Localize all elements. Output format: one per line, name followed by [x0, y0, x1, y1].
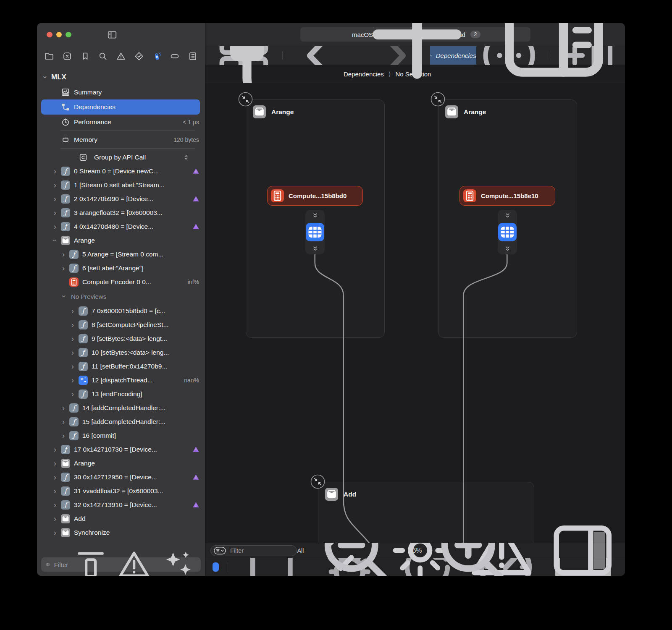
chevron-right-icon[interactable]: › [52, 210, 58, 216]
function-icon: ƒ [61, 180, 70, 190]
tensor-table-icon[interactable] [306, 223, 324, 241]
chevron-right-icon[interactable]: › [60, 419, 66, 425]
sidebar-item-performance[interactable]: ›Performance< 1 µs [37, 115, 205, 129]
inspector-panel-icon[interactable] [546, 513, 620, 576]
group-add[interactable]: Add [318, 482, 534, 543]
toggle-sidebar-icon[interactable] [107, 29, 118, 40]
sidebar-item-summary[interactable]: ›Summary [37, 85, 205, 99]
filter-input[interactable]: Filter [54, 561, 68, 568]
zoom-window-button[interactable] [66, 32, 71, 38]
chevron-right-icon[interactable]: › [60, 251, 66, 257]
bookmark-icon[interactable] [80, 51, 90, 61]
collapse-all-icon[interactable] [72, 546, 109, 576]
tree-row[interactable]: ›Add [37, 512, 205, 525]
collapse-group-icon[interactable] [430, 92, 445, 107]
canvas-filter-input[interactable]: Filter [210, 545, 297, 556]
compute-encoder-node-right[interactable]: Compute...15b8e10 [459, 186, 555, 206]
tree-row[interactable]: ›Arange [37, 456, 205, 470]
chevron-right-icon[interactable]: › [52, 516, 58, 522]
collapse-group-icon[interactable] [310, 474, 325, 489]
tree-root-mlx[interactable]: ›MLX [37, 69, 205, 85]
chevron-right-icon[interactable]: › [52, 224, 58, 230]
tree-row[interactable]: ›ƒ6 [setLabel:"Arange"] [37, 261, 205, 275]
tree-row[interactable]: ›ƒ30 0x142712950 = [Device... [37, 470, 205, 484]
tree-row[interactable]: ›ƒ15 [addCompletedHandler:... [37, 415, 205, 429]
tree-row[interactable]: ›ƒ0 Stream 0 = [Device newC... [37, 164, 205, 178]
tree-row[interactable]: ›ƒ17 0x142710730 = [Device... [37, 442, 205, 456]
tensor-output-right[interactable] [498, 210, 517, 254]
folder-icon[interactable] [44, 51, 54, 61]
graph-view-mode-button[interactable] [213, 562, 219, 572]
tree-row[interactable]: ›ƒ8 [setComputePipelineSt... [37, 318, 205, 332]
sidebar-item-memory[interactable]: ›Memory120 bytes [37, 133, 205, 146]
warning-icon[interactable] [116, 51, 126, 61]
updown-chevron-icon[interactable] [182, 154, 190, 161]
tree-row[interactable]: ›ƒ32 0x142713910 = [Device... [37, 498, 205, 512]
search-icon[interactable] [98, 51, 108, 61]
memory-chip-icon [61, 135, 70, 144]
double-chevron-down-icon [311, 212, 320, 219]
tree-row[interactable]: ›Arange [37, 233, 205, 247]
test-diamond-icon[interactable] [134, 51, 144, 61]
chevron-right-icon[interactable]: › [52, 460, 58, 466]
sidebar-item-compute-encoder[interactable]: ›Compute Encoder 0 0...inf% [37, 275, 205, 289]
tag-icon[interactable] [170, 51, 180, 61]
tree-row[interactable]: ›ƒ10 [setBytes:<data> leng... [37, 345, 205, 359]
app-window: ›MLX›Summary›Dependencies›Performance< 1… [37, 23, 625, 576]
filter-warnings-icon[interactable] [116, 546, 152, 576]
tree-row[interactable]: ›ƒ31 vvaddfloat32 = [0x600003... [37, 484, 205, 498]
tensor-output-left[interactable] [305, 210, 325, 254]
chevron-right-icon[interactable]: › [52, 474, 58, 480]
tree-row[interactable]: ›ƒ9 [setBytes:<data> lengt... [37, 332, 205, 345]
compute-encoder-node-left[interactable]: Compute...15b8bd0 [267, 186, 363, 206]
tree-row[interactable]: ›ƒ4 0x14270d480 = [Device... [37, 220, 205, 233]
chevron-right-icon[interactable]: › [52, 182, 58, 188]
tensor-table-icon[interactable] [498, 223, 517, 241]
function-icon: ƒ [69, 417, 79, 426]
chevron-right-icon[interactable]: › [70, 350, 76, 356]
collapse-group-icon[interactable] [238, 92, 253, 107]
chevron-right-icon[interactable]: › [60, 433, 66, 439]
chevron-right-icon[interactable]: › [70, 377, 76, 383]
tree-row[interactable]: ›ƒ13 [endEncoding] [37, 387, 205, 401]
chevron-right-icon[interactable]: › [60, 265, 66, 271]
chevron-right-icon[interactable]: › [70, 336, 76, 342]
chevron-right-icon[interactable]: › [52, 502, 58, 508]
gpu-spray-icon[interactable] [152, 51, 162, 61]
chevron-right-icon[interactable]: › [52, 196, 58, 202]
dependency-graph-canvas[interactable]: Arange Arange Add [205, 83, 625, 543]
tree-row[interactable]: ›Synchronize [37, 525, 205, 539]
chevron-right-icon[interactable]: › [52, 488, 58, 494]
tree-row[interactable]: ›ƒ16 [commit] [37, 429, 205, 442]
tree-row[interactable]: ›ƒ5 Arange = [Stream 0 com... [37, 247, 205, 261]
tree-row[interactable]: ›ƒ11 [setBuffer:0x14270b9... [37, 359, 205, 373]
chevron-right-icon[interactable]: › [70, 322, 76, 328]
autofix-icon[interactable] [159, 546, 196, 576]
chevron-down-icon[interactable]: › [61, 293, 67, 299]
group-by-api-call[interactable]: Group by API Call [37, 150, 205, 164]
tree-row[interactable]: ›ƒ2 0x14270b990 = [Device... [37, 192, 205, 206]
tree-row[interactable]: ›ƒ3 arangefloat32 = [0x600003... [37, 206, 205, 220]
tree-row[interactable]: ›ƒ14 [addCompletedHandler:... [37, 401, 205, 415]
report-icon[interactable] [188, 51, 198, 61]
sidebar-item-dependencies[interactable]: ›Dependencies [41, 99, 200, 115]
breakpoint-x-icon[interactable] [62, 51, 72, 61]
chevron-right-icon[interactable]: › [70, 391, 76, 397]
no-previews-row[interactable]: ›No Previews [37, 289, 205, 304]
chevron-down-icon[interactable]: › [52, 238, 58, 243]
chevron-right-icon[interactable]: › [70, 363, 76, 369]
tree-row[interactable]: ›12 [dispatchThread...nan% [37, 373, 205, 387]
chevron-down-icon[interactable]: › [42, 74, 48, 80]
chevron-right-icon[interactable]: › [70, 308, 76, 314]
chevron-right-icon[interactable]: › [52, 447, 58, 452]
navigator-icon-strip [37, 46, 205, 66]
tree-row[interactable]: ›ƒ7 0x6000015b8bd0 = [c... [37, 304, 205, 318]
tree-row[interactable]: ›ƒ1 [Stream 0 setLabel:"Stream... [37, 178, 205, 192]
chevron-right-icon[interactable]: › [60, 405, 66, 411]
close-window-button[interactable] [47, 32, 52, 38]
chevron-right-icon[interactable]: › [52, 168, 58, 174]
function-icon: ƒ [61, 500, 70, 510]
chevron-right-icon[interactable]: › [52, 530, 58, 536]
filter-icon[interactable] [46, 560, 50, 569]
minimize-window-button[interactable] [56, 32, 62, 38]
